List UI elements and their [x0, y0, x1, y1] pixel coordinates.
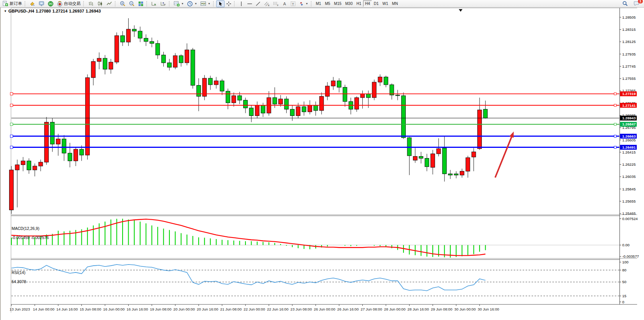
line-chart-mode-button[interactable] — [105, 0, 114, 7]
hline-handle[interactable] — [614, 146, 616, 149]
rsi-axis-label: 80 — [622, 268, 626, 272]
bear-candle — [337, 81, 341, 87]
hline-handle[interactable] — [10, 146, 13, 149]
chart-background — [11, 8, 620, 304]
macd-name: MACD(12,26,9) — [12, 226, 40, 231]
crosshair-icon — [226, 1, 231, 6]
date-axis-label: 16 Jun 16:00 — [127, 307, 148, 311]
templates-button[interactable]: ▼ — [199, 0, 212, 7]
text-tool[interactable]: A — [281, 0, 289, 7]
hline-handle[interactable] — [10, 92, 13, 95]
tf-m30[interactable]: M30 — [343, 0, 354, 7]
bar-chart-icon — [88, 1, 94, 7]
channel-tool[interactable]: E — [262, 0, 271, 7]
bear-candle — [132, 29, 136, 31]
bear-candle — [448, 174, 453, 175]
expert-advisors-button[interactable] — [37, 0, 46, 7]
hline-handle[interactable] — [614, 93, 616, 95]
crosshair-tool-button[interactable] — [225, 0, 233, 7]
tile-windows-button[interactable] — [136, 0, 145, 7]
notifications-button[interactable]: 1 — [632, 0, 641, 7]
search-button[interactable] — [621, 0, 630, 7]
hline-handle[interactable] — [10, 104, 13, 107]
tf-h1[interactable]: H1 — [354, 0, 363, 7]
price-chart-canvas[interactable]: 1.285051.283151.281251.279351.277451.275… — [1, 8, 644, 320]
bear-candle — [238, 96, 242, 100]
rsi-axis-label: 100 — [622, 260, 629, 264]
bear-candle — [442, 148, 446, 174]
rsi-axis-label: 15 — [622, 294, 626, 298]
date-axis-label: 30 Jun 00:00 — [454, 307, 476, 311]
fibonacci-tool[interactable]: F — [271, 0, 281, 7]
tf-w1[interactable]: W1 — [381, 0, 390, 7]
bear-candle — [191, 50, 195, 85]
hline-handle[interactable] — [10, 135, 13, 138]
bull-candle — [360, 94, 365, 98]
hline-handle[interactable] — [614, 123, 616, 125]
tf-m15[interactable]: M15 — [332, 0, 343, 7]
date-axis-label: 28 Jun 00:00 — [384, 307, 406, 311]
bull-candle — [33, 166, 37, 170]
hline-handle[interactable] — [614, 135, 616, 137]
tf-m5[interactable]: M5 — [323, 0, 332, 7]
notification-badge: 1 — [638, 0, 643, 3]
tf-m1[interactable]: M1 — [314, 0, 323, 7]
price-tag-text: 1.27319 — [622, 92, 636, 96]
zoom-in-button[interactable] — [118, 0, 127, 7]
periods-button[interactable]: ▼ — [185, 0, 199, 7]
bull-candle — [15, 165, 19, 170]
bull-candle — [308, 105, 312, 112]
autotrading-button[interactable]: 自动交易 — [55, 0, 82, 7]
bear-candle — [249, 108, 253, 116]
zoom-in-icon — [120, 1, 126, 7]
hline-handle[interactable] — [10, 123, 13, 126]
autotrading-icon — [57, 1, 63, 7]
price-axis-label: 1.28315 — [622, 27, 636, 32]
tf-d1[interactable]: D1 — [372, 0, 381, 7]
expert-advisor-icon — [38, 1, 45, 7]
text-label-tool[interactable]: T — [289, 0, 297, 7]
bull-candle — [232, 96, 236, 103]
indicators-button[interactable]: ▼ — [172, 0, 185, 7]
new-order-button[interactable]: 新订单 — [1, 0, 24, 7]
candlestick-mode-button[interactable] — [96, 0, 105, 7]
toolbar-right: 1 — [621, 0, 643, 7]
arrows-tool[interactable]: ▼ — [297, 0, 310, 7]
vertical-line-tool[interactable] — [237, 0, 245, 7]
horizontal-line-tool[interactable] — [245, 0, 254, 7]
symbol-dropdown-icon[interactable]: ▼ — [4, 10, 7, 13]
bar-chart-mode-button[interactable] — [86, 0, 96, 7]
date-axis-label: 26 Jun 00:00 — [314, 307, 336, 311]
trendline-tool[interactable] — [254, 0, 262, 7]
bear-candle — [27, 161, 31, 170]
bear-candle — [343, 87, 347, 101]
toolbar: 新订单 — [0, 0, 644, 8]
price-axis-label: 1.28125 — [622, 40, 636, 44]
hline-handle[interactable] — [614, 104, 616, 106]
chart-shift-button[interactable] — [159, 0, 168, 7]
bear-candle — [68, 153, 72, 161]
signals-button[interactable] — [46, 0, 55, 7]
zoom-out-button[interactable] — [127, 0, 136, 7]
bull-candle — [45, 122, 49, 162]
bear-candle — [144, 38, 148, 41]
price-axis-label: 1.25655 — [622, 199, 636, 203]
bull-candle — [331, 81, 335, 86]
timeframe-bar: M1 M5 M15 M30 H1 H4 D1 W1 MN — [314, 0, 400, 7]
auto-scroll-button[interactable] — [150, 0, 159, 7]
date-axis-label: 15 Jun 08:00 — [80, 307, 102, 311]
date-axis-label: 27 Jun 08:00 — [361, 307, 383, 311]
cursor-tool-button[interactable] — [216, 0, 225, 7]
bear-candle — [50, 122, 54, 144]
styler-button[interactable] — [28, 0, 37, 7]
bull-candle — [460, 171, 464, 175]
macd-axis-label: 0.00 — [622, 243, 630, 247]
dropdown-caret: ▼ — [181, 2, 184, 5]
bull-candle — [431, 154, 435, 168]
tf-mn[interactable]: MN — [390, 0, 400, 7]
horizontal-line-icon — [247, 1, 252, 6]
chart-symbol: GBPUSD-,H4 — [8, 9, 34, 13]
chart-window[interactable]: 1.285051.283151.281251.279351.277451.275… — [0, 8, 644, 320]
tf-h4[interactable]: H4 — [363, 0, 372, 7]
bull-candle — [279, 99, 283, 104]
